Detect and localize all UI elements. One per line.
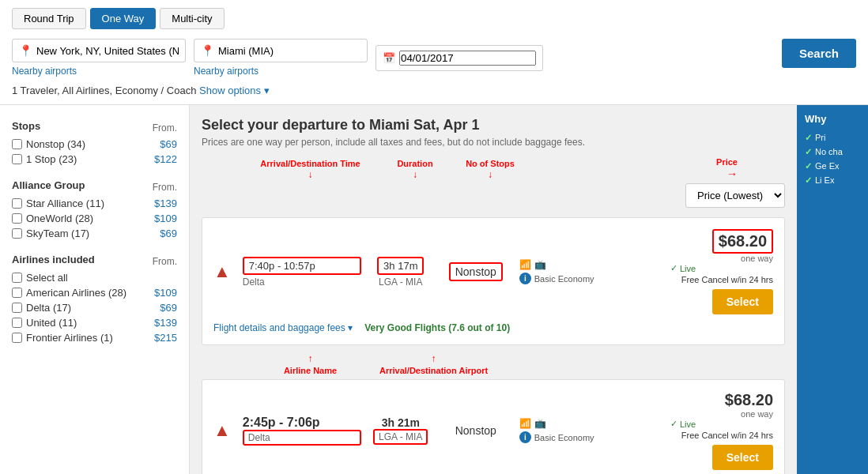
united-checkbox[interactable] (12, 318, 22, 328)
star-alliance-row: Star Alliance (11) $139 (12, 198, 177, 209)
flight-stops-1: Nonstop (449, 262, 503, 281)
flight-time-1: 7:40p - 10:57p (243, 257, 361, 275)
wifi-icon-2: 📶 (519, 418, 531, 429)
check-icon-4: ✓ (805, 175, 812, 186)
flight-stops-2: Nonstop (455, 424, 496, 437)
select-button-1[interactable]: Select (712, 289, 773, 314)
select-all-row: Select all (12, 272, 177, 284)
american-price: $109 (154, 287, 177, 299)
star-alliance-label: Star Alliance (11) (26, 198, 104, 209)
stops-section: Stops From. Nonstop (34) $69 1 Stop (23)… (12, 120, 177, 165)
flight-time-2: 2:45p - 7:06p (243, 416, 361, 430)
airlines-section: Airlines included From. Select all Ameri… (12, 254, 177, 344)
show-options-link[interactable]: Show options ▾ (199, 85, 270, 96)
frontier-row: Frontier Airlines (1) $215 (12, 332, 177, 344)
skyteam-checkbox[interactable] (12, 228, 22, 239)
info-icon-1: i (519, 273, 531, 284)
airline-arrow: ↑ (249, 353, 372, 364)
price-oneway-2: one way (670, 409, 773, 419)
onestop-checkbox[interactable] (12, 154, 22, 164)
american-label: American Airlines (28) (26, 287, 126, 299)
check-icon-3: ✓ (805, 161, 812, 171)
duration-arrow: ↓ (379, 169, 451, 180)
flight-airline-1: Delta (243, 276, 361, 288)
stops-title: Stops (12, 120, 40, 132)
nonstop-label: Nonstop (34) (26, 138, 85, 150)
select-all-label: Select all (26, 272, 68, 284)
price-cancel-2: Free Cancel w/in 24 hrs (670, 431, 773, 440)
flight-price-2: $68.20 (725, 391, 773, 408)
date-input[interactable] (399, 51, 536, 66)
dest-nearby-link[interactable]: Nearby airports (194, 66, 368, 77)
airlines-header: Airlines included From. (12, 254, 177, 269)
right-sidebar-item-2: ✓ No cha (805, 147, 860, 157)
screen-icon-2: 📺 (534, 418, 546, 429)
delta-checkbox[interactable] (12, 303, 22, 313)
price-block-2: $68.20 one way ✓ Live Free Cancel w/in 2… (670, 391, 773, 470)
price-live-2: ✓ Live (670, 419, 773, 429)
results-area: Select your departure to Miami Sat, Apr … (190, 105, 797, 474)
star-alliance-price: $139 (154, 198, 177, 209)
flight-footer-1: Flight details and baggage fees ▾ Very G… (213, 322, 773, 333)
right-sidebar: Why ✓ Pri ✓ No cha ✓ Ge Ex ✓ Li Ex (797, 105, 868, 474)
delta-logo-1: ▲ (213, 261, 231, 282)
calendar-icon: 📅 (383, 52, 395, 64)
one-way-button[interactable]: One Way (90, 8, 157, 29)
results-subtitle: Prices are one way per person, include a… (202, 137, 785, 148)
search-button[interactable]: Search (782, 39, 856, 68)
delta-label: Delta (17) (26, 302, 71, 314)
origin-input[interactable] (36, 45, 179, 57)
multi-city-button[interactable]: Multi-city (160, 8, 224, 29)
flight-amenities-1: 📶 📺 i Basic Economy (519, 259, 598, 284)
select-all-checkbox[interactable] (12, 273, 22, 283)
basic-economy-1: Basic Economy (534, 274, 594, 284)
onestop-label: 1 Stop (23) (26, 153, 77, 165)
right-sidebar-text-1: Pri (815, 133, 825, 142)
right-sidebar-title: Why (805, 113, 860, 125)
info-icon-2: i (519, 431, 531, 443)
oneworld-checkbox[interactable] (12, 213, 22, 224)
arrival-dest-annotation: Arrival/Destination Time (260, 159, 360, 168)
price-cancel-1: Free Cancel w/in 24 hrs (670, 275, 773, 284)
right-sidebar-text-3: Ge Ex (815, 161, 840, 171)
right-sidebar-item-3: ✓ Ge Ex (805, 161, 860, 171)
select-button-2[interactable]: Select (712, 445, 773, 470)
united-price: $139 (154, 317, 177, 329)
results-header: Select your departure to Miami Sat, Apr … (202, 117, 785, 148)
nonstop-checkbox[interactable] (12, 139, 22, 149)
flight-rating-1: Very Good Flights (7.6 out of 10) (364, 322, 510, 333)
check-icon-1: ✓ (805, 133, 812, 143)
origin-nearby-link[interactable]: Nearby airports (12, 66, 186, 77)
flight-details-link-1[interactable]: Flight details and baggage fees ▾ (213, 322, 353, 333)
price-annotation: Price (716, 157, 738, 167)
nonstop-filter-row: Nonstop (34) $69 (12, 138, 177, 150)
alliance-header: Alliance Group From. (12, 179, 177, 194)
price-live-1: ✓ Live (670, 263, 773, 273)
flight-duration-2: 3h 21m (382, 416, 420, 429)
round-trip-button[interactable]: Round Trip (12, 8, 86, 29)
star-alliance-checkbox[interactable] (12, 198, 22, 209)
right-sidebar-text-4: Li Ex (815, 175, 834, 185)
right-sidebar-text-2: No cha (815, 147, 843, 156)
check-icon-2: ✓ (805, 147, 812, 157)
screen-icon-1: 📺 (534, 259, 546, 270)
alliance-section: Alliance Group From. Star Alliance (11) … (12, 179, 177, 239)
airlines-from: From. (153, 256, 177, 267)
sort-select[interactable]: Price (Lowest) (685, 183, 785, 208)
airlines-title: Airlines included (12, 254, 95, 265)
wifi-icon-1: 📶 (519, 259, 531, 270)
american-checkbox[interactable] (12, 288, 22, 298)
onestop-filter-row: 1 Stop (23) $122 (12, 153, 177, 165)
destination-input[interactable] (218, 45, 360, 57)
frontier-label: Frontier Airlines (1) (26, 332, 113, 344)
origin-input-wrap: 📍 (12, 39, 186, 62)
arrival-dest-arrow: ↓ (249, 169, 372, 180)
airline-name-annotation: Airline Name (284, 366, 337, 375)
american-row: American Airlines (28) $109 (12, 287, 177, 299)
stops-from: From. (153, 122, 177, 134)
skyteam-label: SkyTeam (17) (26, 228, 89, 239)
frontier-checkbox[interactable] (12, 333, 22, 343)
options-text: 1 Traveler, All Airlines, Economy / Coac… (12, 85, 196, 96)
alliance-from: From. (153, 182, 177, 193)
oneworld-price: $109 (154, 213, 177, 224)
